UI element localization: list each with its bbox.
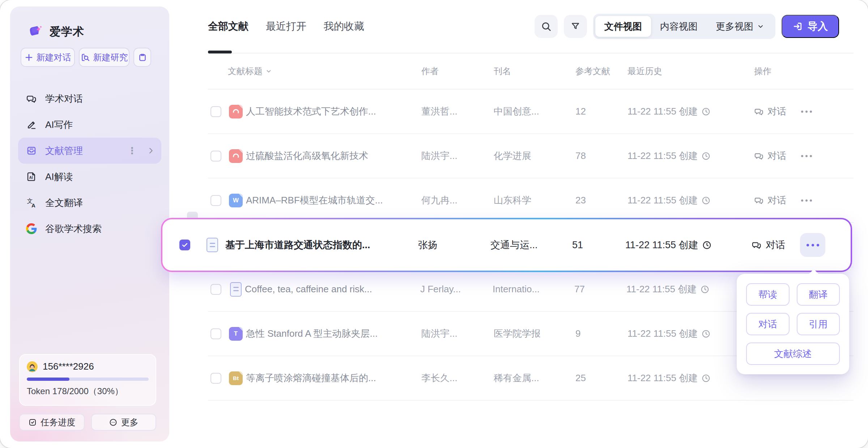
clipboard-button[interactable] <box>133 48 151 67</box>
doc-search-icon <box>81 53 90 62</box>
doc-author: 董洪哲... <box>421 105 488 118</box>
clipboard-icon <box>138 53 147 62</box>
doc-author: 陆洪宇... <box>421 327 488 340</box>
popup-translate-button[interactable]: 翻译 <box>797 283 840 306</box>
column-journal: 刊名 <box>494 65 570 77</box>
sidebar-item-ai-writing[interactable]: AI写作 <box>18 112 161 138</box>
tab-recently-opened[interactable]: 最近打开 <box>266 0 306 53</box>
row-checkbox-checked[interactable] <box>179 240 190 250</box>
clock-icon <box>701 107 711 116</box>
user-name: 156****2926 <box>43 361 94 372</box>
logo: 爱学术 <box>27 23 84 40</box>
doc-file-icon <box>230 282 242 297</box>
sidebar-item-google-scholar[interactable]: 谷歌学术搜索 <box>18 216 161 242</box>
view-content[interactable]: 内容视图 <box>651 16 707 37</box>
doc-refs-count: 78 <box>575 150 622 161</box>
task-progress-button[interactable]: 任务进度 <box>19 414 85 431</box>
table-row[interactable]: 人工智能技术范式下艺术创作... 董洪哲... 中国创意... 12 11-22… <box>208 90 854 134</box>
chevron-down-icon <box>757 23 764 30</box>
chat-action-button[interactable]: 对话 <box>754 194 796 207</box>
clock-icon <box>701 374 711 383</box>
more-actions-button[interactable] <box>801 155 812 157</box>
library-tabs: 全部文献 最近打开 我的收藏 <box>208 0 364 53</box>
popup-literature-review-button[interactable]: 文献综述 <box>746 343 840 365</box>
more-actions-button[interactable] <box>801 111 812 113</box>
kebab-icon[interactable]: ⋮ <box>127 145 137 156</box>
clock-icon <box>701 196 711 205</box>
popup-chat-button[interactable]: 对话 <box>746 313 790 335</box>
sidebar-item-ai-reading[interactable]: AI AI解读 <box>18 164 161 190</box>
row-checkbox[interactable] <box>210 328 221 339</box>
token-progress-fill <box>27 378 69 381</box>
doc-history: 11-22 11:55 创建 <box>626 283 748 296</box>
doc-journal: 化学进展 <box>494 150 570 162</box>
pencil-icon <box>26 119 37 130</box>
new-research-label: 新建研究 <box>93 52 128 63</box>
logo-icon <box>27 23 44 40</box>
row-checkbox[interactable] <box>210 151 221 161</box>
search-button[interactable] <box>535 15 558 38</box>
more-actions-button[interactable] <box>801 199 812 202</box>
doc-title[interactable]: 人工智能技术范式下艺术创作... <box>246 105 416 118</box>
popup-help-read-button[interactable]: 帮读 <box>746 283 790 306</box>
doc-journal: 医学院学报 <box>494 327 570 340</box>
token-usage: Token 178/2000（30%） <box>27 385 149 397</box>
doc-refs-count: 77 <box>574 284 621 295</box>
tab-my-favorites[interactable]: 我的收藏 <box>324 0 364 53</box>
view-switcher: 文件视图 内容视图 更多视图 <box>593 14 775 39</box>
doc-refs-count: 9 <box>575 328 622 339</box>
chat-action-button[interactable]: 对话 <box>752 238 791 251</box>
new-research-button[interactable]: 新建研究 <box>79 48 129 67</box>
chat-icon <box>26 93 37 104</box>
sidebar-nav: 学术对话 AI写作 文献管理 ⋮ <box>18 86 161 242</box>
chat-action-button[interactable]: 对话 <box>754 150 796 162</box>
doc-history: 11-22 11:55 创建 <box>627 194 749 207</box>
doc-file-icon <box>207 238 218 252</box>
chevron-right-icon[interactable] <box>147 147 155 155</box>
sidebar-item-literature-management[interactable]: 文献管理 ⋮ <box>18 138 161 164</box>
doc-author: 陆洪宇... <box>421 150 488 162</box>
row-checkbox[interactable] <box>210 284 221 295</box>
doc-refs-count: 12 <box>575 106 622 117</box>
doc-title[interactable]: Coffee, tea, caffeine and risk... <box>245 284 415 295</box>
doc-journal: 山东科学 <box>494 194 570 207</box>
doc-title[interactable]: 基于上海市道路交通状态指数的... <box>225 238 403 251</box>
view-file[interactable]: 文件视图 <box>595 16 651 37</box>
new-chat-label: 新建对话 <box>37 52 71 63</box>
row-actions-popup: 帮读 翻译 对话 引用 文献综述 <box>737 274 849 374</box>
column-ops: 操作 <box>754 65 812 77</box>
user-card: 156****2926 Token 178/2000（30%） <box>19 354 156 406</box>
ai-doc-icon: AI <box>26 171 37 182</box>
import-button[interactable]: 导入 <box>782 15 839 38</box>
table-row[interactable]: 过硫酸盐活化高级氧化新技术 陆洪宇... 化学进展 78 11-22 11:55… <box>208 134 854 178</box>
chat-action-button[interactable]: 对话 <box>754 105 796 118</box>
doc-title[interactable]: 过硫酸盐活化高级氧化新技术 <box>246 150 416 162</box>
doc-journal: 交通与运... <box>490 238 572 251</box>
topbar: 全部文献 最近打开 我的收藏 <box>208 0 854 53</box>
table-header: 文献标题 作者 刊名 参考文献 最近历史 操作 <box>208 53 854 90</box>
tab-all-documents[interactable]: 全部文献 <box>208 0 248 53</box>
doc-title[interactable]: 等离子喷涂熔滴碰撞基体后的... <box>246 372 416 384</box>
google-icon <box>26 223 37 234</box>
doc-title[interactable]: 急性 Stanford A 型主动脉夹层... <box>246 327 416 340</box>
view-more[interactable]: 更多视图 <box>707 16 773 37</box>
row-ops: 对话 <box>754 150 812 162</box>
pdf-file-icon <box>229 105 243 119</box>
new-chat-button[interactable]: 新建对话 <box>21 48 75 67</box>
chat-icon <box>754 195 764 205</box>
selected-row-card[interactable]: 基于上海市道路交通状态指数的... 张扬 交通与运... 51 11-22 11… <box>161 218 852 272</box>
filter-button[interactable] <box>564 15 587 38</box>
doc-title[interactable]: ARIMA–RBF模型在城市轨道交... <box>246 194 416 207</box>
row-checkbox[interactable] <box>210 195 221 206</box>
row-checkbox[interactable] <box>210 373 221 384</box>
more-button[interactable]: 更多 <box>91 414 157 431</box>
row-checkbox[interactable] <box>210 106 221 117</box>
sidebar-item-full-translation[interactable]: 文A 全文翻译 <box>18 190 161 216</box>
chat-icon <box>752 240 762 250</box>
more-actions-button-active[interactable] <box>800 233 825 257</box>
doc-author: 何九冉... <box>421 194 488 207</box>
column-title[interactable]: 文献标题 <box>228 65 416 77</box>
popup-cite-button[interactable]: 引用 <box>797 313 840 335</box>
table-row[interactable]: W ARIMA–RBF模型在城市轨道交... 何九冉... 山东科学 23 11… <box>208 178 854 223</box>
sidebar-item-academic-chat[interactable]: 学术对话 <box>18 86 161 112</box>
